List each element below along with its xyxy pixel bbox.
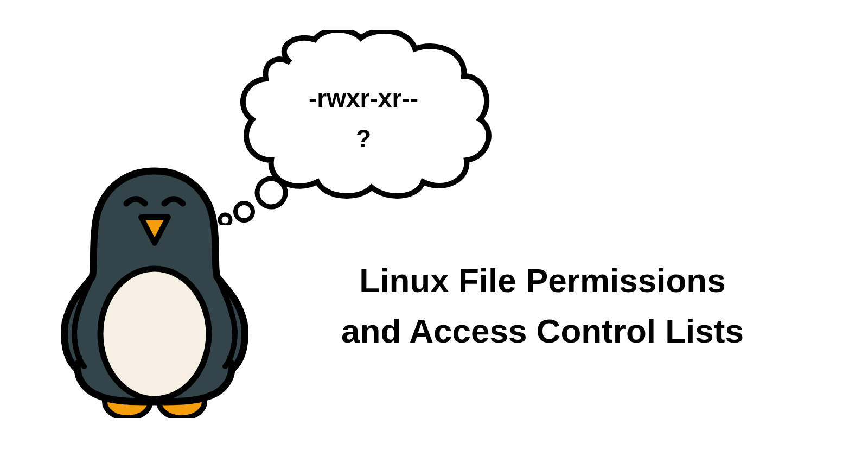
bubble-text-container: -rwxr-xr-- ? <box>255 79 472 159</box>
permission-string: -rwxr-xr-- <box>255 79 472 119</box>
svg-point-4 <box>235 203 253 220</box>
question-mark: ? <box>255 119 472 159</box>
svg-point-5 <box>220 214 231 225</box>
svg-point-3 <box>257 179 285 207</box>
title-line-1: Linux File Permissions <box>271 255 814 306</box>
title-line-2: and Access Control Lists <box>271 306 814 356</box>
page-title: Linux File Permissions and Access Contro… <box>271 255 814 356</box>
svg-point-2 <box>100 269 209 399</box>
